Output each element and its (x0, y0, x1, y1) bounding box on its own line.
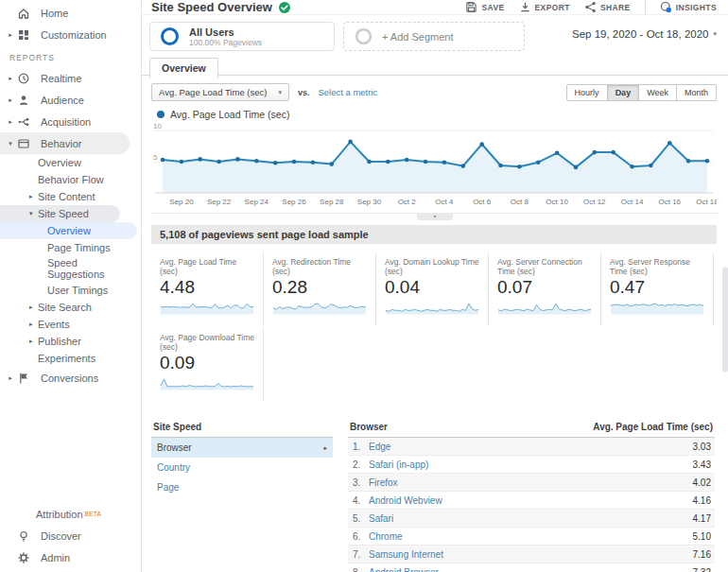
insights-button[interactable]: INSIGHTS (660, 1, 717, 13)
sparkline-chart (385, 300, 479, 316)
sidebar-item-page-timings[interactable]: Page Timings (0, 239, 141, 256)
sidebar-item-conversions[interactable]: ▸ Conversions (0, 367, 141, 389)
svg-text:Sep 24: Sep 24 (245, 198, 269, 206)
granularity-month[interactable]: Month (677, 84, 717, 101)
sidebar-item-label: Acquisition (41, 116, 91, 128)
sidebar-item-site-content[interactable]: ▸ Site Content (0, 188, 141, 205)
sidebar-item-behavior-flow[interactable]: Behavior Flow (0, 171, 141, 188)
browser-link[interactable]: Firefox (369, 477, 693, 488)
metric-card-page-download[interactable]: Avg. Page Download Time (sec) 0.09 (151, 328, 264, 401)
sparkline-chart (160, 375, 254, 391)
save-button[interactable]: SAVE (465, 1, 504, 13)
sidebar-item-label: Site Speed (38, 208, 89, 219)
browser-link[interactable]: Safari (in-app) (369, 459, 693, 470)
select-metric-link[interactable]: Select a metric (318, 87, 377, 97)
sparkline-chart (160, 300, 254, 316)
sidebar-item-discover[interactable]: Discover (0, 525, 141, 546)
dimension-table-header: Site Speed (151, 418, 333, 438)
chevron-right-icon: ▸ (29, 193, 38, 200)
sidebar-item-user-timings[interactable]: User Timings (0, 282, 141, 299)
legend-dot-icon (157, 111, 165, 118)
sidebar-item-events[interactable]: ▸ Events (0, 316, 141, 333)
browser-link[interactable]: Edge (369, 442, 693, 452)
export-icon (519, 1, 531, 13)
scrollbar-thumb[interactable] (722, 267, 728, 373)
timeseries-chart[interactable]: 105Sep 20Sep 22Sep 24Sep 26Sep 28Sep 30O… (151, 123, 717, 208)
granularity-toggle: Hourly Day Week Month (566, 84, 717, 101)
browser-table: Browser Avg. Page Load Time (sec) 1. Edg… (348, 418, 715, 572)
metric-value: 4.48 (160, 277, 255, 298)
sidebar-item-label: Overview (47, 225, 91, 236)
collapse-chart-handle[interactable]: ▾ (417, 214, 453, 220)
browser-link[interactable]: Chrome (369, 531, 693, 542)
chevron-right-icon: ▸ (323, 444, 327, 452)
browser-link[interactable]: Safari (369, 513, 693, 524)
sidebar-item-behavior[interactable]: ▾ Behavior (0, 132, 130, 154)
metric-value: 0.04 (385, 277, 480, 298)
tab-bar: Overview (142, 57, 728, 76)
vs-label: vs. (298, 88, 310, 97)
divider (645, 0, 646, 14)
report-header: Site Speed Overview SAVE EXPORT SHARE (142, 0, 728, 15)
sidebar-item-realtime[interactable]: ▸ Realtime (0, 67, 141, 89)
sidebar-item-home[interactable]: Home (0, 2, 141, 24)
svg-text:10: 10 (153, 123, 162, 130)
svg-text:5: 5 (153, 153, 158, 162)
tab-overview[interactable]: Overview (149, 58, 218, 78)
segment-all-users[interactable]: All Users 100.00% Pageviews (149, 22, 335, 51)
clock-icon (17, 72, 30, 85)
share-icon (584, 1, 597, 13)
chevron-right-icon: ▸ (6, 75, 15, 82)
segment-detail: 100.00% Pageviews (189, 38, 262, 47)
browser-table-header: Browser Avg. Page Load Time (sec) (348, 418, 715, 438)
share-button[interactable]: SHARE (584, 1, 631, 13)
date-range-label: Sep 19, 2020 - Oct 18, 2020 (572, 28, 709, 40)
browser-link[interactable]: Android Webview (369, 495, 693, 506)
browser-link[interactable]: Samsung Internet (369, 549, 693, 560)
add-segment-button[interactable]: + Add Segment (343, 22, 525, 51)
granularity-week[interactable]: Week (639, 84, 677, 101)
metric-card-domain-lookup[interactable]: Avg. Domain Lookup Time (sec) 0.04 (376, 252, 489, 325)
sidebar-item-site-search[interactable]: ▸ Site Search (0, 299, 141, 316)
gear-icon (17, 551, 30, 564)
date-range-selector[interactable]: Sep 19, 2020 - Oct 18, 2020 ▾ (572, 28, 717, 45)
svg-text:Oct 18: Oct 18 (696, 198, 717, 206)
sidebar-item-label: Conversions (41, 373, 98, 384)
metric-card-server-response[interactable]: Avg. Server Response Time (sec) 0.47 (601, 252, 714, 325)
granularity-day[interactable]: Day (608, 84, 640, 101)
sidebar-item-audience[interactable]: ▸ Audience (0, 89, 141, 111)
sidebar-item-site-speed-overview[interactable]: Overview (0, 222, 137, 239)
dimension-row-browser[interactable]: Browser ▸ (151, 438, 333, 458)
metric-dropdown[interactable]: Avg. Page Load Time (sec) ▾ (151, 83, 289, 101)
browser-link[interactable]: Android Browser (369, 567, 693, 572)
table-row: 7. Samsung Internet 7.16 (348, 546, 715, 563)
sidebar-item-admin[interactable]: Admin (0, 546, 141, 568)
sidebar-item-attribution[interactable]: Attribution BETA (0, 503, 141, 525)
sidebar-item-acquisition[interactable]: ▸ Acquisition (0, 111, 141, 132)
dimension-row-page[interactable]: Page (151, 477, 333, 497)
sidebar-item-experiments[interactable]: Experiments (0, 350, 141, 367)
segment-row: All Users 100.00% Pageviews + Add Segmen… (142, 15, 728, 55)
sidebar-item-speed-suggestions[interactable]: Speed Suggestions (0, 256, 104, 282)
sidebar-item-label: Page Timings (47, 242, 111, 253)
sparkline-chart (272, 300, 367, 316)
legend-label: Avg. Page Load Time (sec) (170, 109, 289, 120)
metric-card-server-connection[interactable]: Avg. Server Connection Time (sec) 0.07 (489, 252, 601, 325)
sidebar-item-label: Overview (38, 157, 81, 168)
chevron-right-icon: ▸ (29, 303, 38, 311)
sidebar-item-label: Home (41, 8, 68, 19)
sidebar-item-publisher[interactable]: ▸ Publisher (0, 333, 141, 350)
lightbulb-icon (17, 529, 30, 543)
metric-card-redirection[interactable]: Avg. Redirection Time (sec) 0.28 (264, 252, 376, 325)
metric-card-page-load[interactable]: Avg. Page Load Time (sec) 4.48 (151, 252, 264, 325)
chart-controls: Avg. Page Load Time (sec) ▾ vs. Select a… (142, 76, 728, 103)
segment-name: All Users (189, 26, 262, 38)
export-button[interactable]: EXPORT (519, 1, 570, 13)
granularity-hourly[interactable]: Hourly (566, 84, 608, 101)
dimension-row-country[interactable]: Country (151, 458, 333, 477)
sidebar-item-site-speed[interactable]: ▾ Site Speed (0, 205, 120, 222)
beta-badge: BETA (85, 511, 102, 517)
sidebar-item-customization[interactable]: ▸ Customization (0, 24, 141, 45)
sidebar-item-behavior-overview[interactable]: Overview (0, 154, 141, 171)
sidebar: Home ▸ Customization REPORTS ▸ Realtime … (0, 0, 142, 572)
